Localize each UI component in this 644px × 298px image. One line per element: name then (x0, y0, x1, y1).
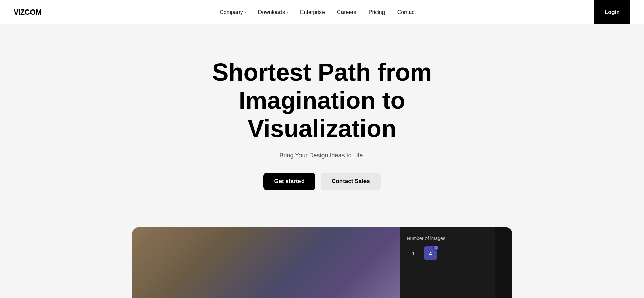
nav-label-contact: Contact (397, 9, 416, 15)
hero-subtitle: Bring Your Design Ideas to Life. (279, 152, 365, 159)
nav-item-downloads[interactable]: Downloads ▾ (258, 9, 288, 15)
app-preview-section: Number of images 1 4 (0, 227, 644, 298)
chevron-down-icon: ▾ (286, 10, 288, 14)
nav-item-pricing[interactable]: Pricing (369, 9, 385, 15)
login-button[interactable]: Login (594, 0, 630, 24)
contact-sales-button[interactable]: Contact Sales (321, 173, 380, 190)
hero-title: Shortest Path from Imagination to Visual… (170, 58, 475, 142)
hero-section: Shortest Path from Imagination to Visual… (0, 24, 644, 211)
chevron-down-icon: ▾ (244, 10, 246, 14)
nav-item-careers[interactable]: Careers (337, 9, 356, 15)
app-preview-container: Number of images 1 4 (132, 227, 512, 298)
option-1-button[interactable]: 1 (407, 246, 420, 260)
preview-right-panel (495, 227, 512, 298)
nav-label-enterprise: Enterprise (300, 9, 325, 15)
nav-label-careers: Careers (337, 9, 356, 15)
logo[interactable]: VIZCOM (14, 8, 42, 17)
main-nav: Company ▾ Downloads ▾ Enterprise Careers… (220, 9, 416, 15)
nav-item-contact[interactable]: Contact (397, 9, 416, 15)
nav-item-enterprise[interactable]: Enterprise (300, 9, 325, 15)
preview-image-area (132, 227, 400, 298)
hero-buttons: Get started Contact Sales (263, 173, 380, 190)
header: VIZCOM Company ▾ Downloads ▾ Enterprise … (0, 0, 644, 24)
preview-sidebar: Number of images 1 4 (400, 227, 495, 298)
get-started-button[interactable]: Get started (263, 173, 315, 190)
sidebar-options: 1 4 (407, 246, 488, 260)
nav-label-pricing: Pricing (369, 9, 385, 15)
nav-label-company: Company (220, 9, 243, 15)
nav-item-company[interactable]: Company ▾ (220, 9, 246, 15)
nav-label-downloads: Downloads (258, 9, 285, 15)
option-4-button[interactable]: 4 (424, 246, 437, 260)
sidebar-label: Number of images (407, 236, 488, 241)
